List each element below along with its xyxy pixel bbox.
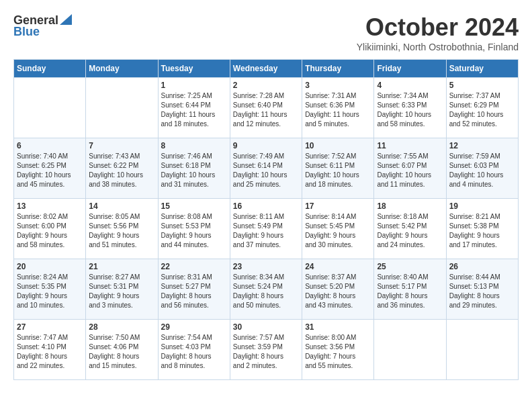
day-number: 31 bbox=[305, 322, 371, 332]
logo-blue-text: Blue bbox=[13, 25, 40, 39]
day-info: Sunrise: 8:14 AM Sunset: 5:45 PM Dayligh… bbox=[305, 212, 371, 250]
day-info: Sunrise: 8:21 AM Sunset: 5:38 PM Dayligh… bbox=[449, 212, 515, 250]
day-number: 3 bbox=[305, 81, 371, 90]
calendar-week-4: 20Sunrise: 8:24 AM Sunset: 5:35 PM Dayli… bbox=[14, 259, 519, 320]
day-info: Sunrise: 7:34 AM Sunset: 6:33 PM Dayligh… bbox=[377, 91, 443, 129]
day-info: Sunrise: 8:37 AM Sunset: 5:20 PM Dayligh… bbox=[305, 273, 371, 310]
day-number: 18 bbox=[377, 201, 443, 211]
calendar-body: 1Sunrise: 7:25 AM Sunset: 6:44 PM Daylig… bbox=[14, 78, 519, 380]
calendar-week-2: 6Sunrise: 7:40 AM Sunset: 6:25 PM Daylig… bbox=[14, 138, 519, 199]
svg-marker-0 bbox=[60, 14, 72, 25]
calendar-cell: 8Sunrise: 7:46 AM Sunset: 6:18 PM Daylig… bbox=[158, 138, 230, 199]
calendar-cell: 3Sunrise: 7:31 AM Sunset: 6:36 PM Daylig… bbox=[302, 78, 374, 138]
calendar-cell: 26Sunrise: 8:44 AM Sunset: 5:13 PM Dayli… bbox=[446, 259, 518, 320]
day-number: 30 bbox=[233, 322, 299, 332]
day-info: Sunrise: 7:40 AM Sunset: 6:25 PM Dayligh… bbox=[17, 152, 83, 189]
calendar-cell: 6Sunrise: 7:40 AM Sunset: 6:25 PM Daylig… bbox=[14, 138, 86, 199]
col-sunday: Sunday bbox=[14, 60, 86, 78]
day-number: 14 bbox=[89, 201, 154, 211]
calendar-cell: 4Sunrise: 7:34 AM Sunset: 6:33 PM Daylig… bbox=[374, 78, 446, 138]
day-info: Sunrise: 8:08 AM Sunset: 5:53 PM Dayligh… bbox=[161, 212, 227, 250]
day-number: 9 bbox=[233, 141, 299, 150]
day-number: 10 bbox=[305, 141, 371, 150]
page-header: General Blue October 2024 Ylikiiminki, N… bbox=[13, 13, 519, 52]
col-saturday: Saturday bbox=[446, 60, 518, 78]
day-info: Sunrise: 7:28 AM Sunset: 6:40 PM Dayligh… bbox=[233, 91, 299, 129]
day-info: Sunrise: 7:37 AM Sunset: 6:29 PM Dayligh… bbox=[449, 91, 515, 129]
month-title: October 2024 bbox=[357, 13, 519, 42]
day-info: Sunrise: 7:57 AM Sunset: 3:59 PM Dayligh… bbox=[233, 333, 299, 371]
day-number: 24 bbox=[305, 262, 371, 271]
day-info: Sunrise: 8:27 AM Sunset: 5:31 PM Dayligh… bbox=[89, 273, 154, 310]
day-info: Sunrise: 7:31 AM Sunset: 6:36 PM Dayligh… bbox=[305, 91, 371, 129]
day-info: Sunrise: 7:25 AM Sunset: 6:44 PM Dayligh… bbox=[161, 91, 227, 129]
calendar-cell bbox=[446, 320, 518, 380]
day-info: Sunrise: 8:05 AM Sunset: 5:56 PM Dayligh… bbox=[89, 212, 154, 250]
col-thursday: Thursday bbox=[302, 60, 374, 78]
day-number: 8 bbox=[161, 141, 227, 150]
day-info: Sunrise: 7:55 AM Sunset: 6:07 PM Dayligh… bbox=[377, 152, 443, 189]
calendar-week-3: 13Sunrise: 8:02 AM Sunset: 6:00 PM Dayli… bbox=[14, 199, 519, 259]
day-info: Sunrise: 7:43 AM Sunset: 6:22 PM Dayligh… bbox=[89, 152, 154, 189]
day-number: 5 bbox=[449, 81, 515, 90]
day-number: 6 bbox=[17, 141, 83, 150]
day-number: 1 bbox=[161, 81, 227, 90]
day-info: Sunrise: 8:40 AM Sunset: 5:17 PM Dayligh… bbox=[377, 273, 443, 310]
calendar-table: Sunday Monday Tuesday Wednesday Thursday… bbox=[13, 59, 519, 380]
calendar-cell: 20Sunrise: 8:24 AM Sunset: 5:35 PM Dayli… bbox=[14, 259, 86, 320]
day-number: 19 bbox=[449, 201, 515, 211]
calendar-cell: 7Sunrise: 7:43 AM Sunset: 6:22 PM Daylig… bbox=[86, 138, 158, 199]
col-monday: Monday bbox=[86, 60, 158, 78]
col-friday: Friday bbox=[374, 60, 446, 78]
calendar-cell: 31Sunrise: 8:00 AM Sunset: 3:56 PM Dayli… bbox=[302, 320, 374, 380]
day-info: Sunrise: 8:11 AM Sunset: 5:49 PM Dayligh… bbox=[233, 212, 299, 250]
calendar-cell: 16Sunrise: 8:11 AM Sunset: 5:49 PM Dayli… bbox=[230, 199, 302, 259]
day-info: Sunrise: 7:47 AM Sunset: 4:10 PM Dayligh… bbox=[17, 333, 83, 371]
calendar-cell bbox=[86, 78, 158, 138]
day-number: 26 bbox=[449, 262, 515, 271]
calendar-cell: 17Sunrise: 8:14 AM Sunset: 5:45 PM Dayli… bbox=[302, 199, 374, 259]
calendar-cell: 5Sunrise: 7:37 AM Sunset: 6:29 PM Daylig… bbox=[446, 78, 518, 138]
col-wednesday: Wednesday bbox=[230, 60, 302, 78]
day-info: Sunrise: 7:59 AM Sunset: 6:03 PM Dayligh… bbox=[449, 152, 515, 189]
day-info: Sunrise: 7:52 AM Sunset: 6:11 PM Dayligh… bbox=[305, 152, 371, 189]
day-info: Sunrise: 8:34 AM Sunset: 5:24 PM Dayligh… bbox=[233, 273, 299, 310]
calendar-cell: 11Sunrise: 7:55 AM Sunset: 6:07 PM Dayli… bbox=[374, 138, 446, 199]
calendar-cell: 25Sunrise: 8:40 AM Sunset: 5:17 PM Dayli… bbox=[374, 259, 446, 320]
title-section: October 2024 Ylikiiminki, North Ostrobot… bbox=[357, 13, 519, 52]
calendar-cell: 10Sunrise: 7:52 AM Sunset: 6:11 PM Dayli… bbox=[302, 138, 374, 199]
day-number: 17 bbox=[305, 201, 371, 211]
day-number: 22 bbox=[161, 262, 227, 271]
day-info: Sunrise: 8:18 AM Sunset: 5:42 PM Dayligh… bbox=[377, 212, 443, 250]
calendar-cell: 29Sunrise: 7:54 AM Sunset: 4:03 PM Dayli… bbox=[158, 320, 230, 380]
calendar-cell: 1Sunrise: 7:25 AM Sunset: 6:44 PM Daylig… bbox=[158, 78, 230, 138]
day-number: 25 bbox=[377, 262, 443, 271]
day-number: 4 bbox=[377, 81, 443, 90]
day-number: 12 bbox=[449, 141, 515, 150]
day-number: 2 bbox=[233, 81, 299, 90]
calendar-cell: 14Sunrise: 8:05 AM Sunset: 5:56 PM Dayli… bbox=[86, 199, 158, 259]
day-number: 13 bbox=[17, 201, 83, 211]
day-number: 21 bbox=[89, 262, 154, 271]
calendar-cell: 28Sunrise: 7:50 AM Sunset: 4:06 PM Dayli… bbox=[86, 320, 158, 380]
calendar-cell: 19Sunrise: 8:21 AM Sunset: 5:38 PM Dayli… bbox=[446, 199, 518, 259]
calendar-header: Sunday Monday Tuesday Wednesday Thursday… bbox=[14, 60, 519, 78]
calendar-week-5: 27Sunrise: 7:47 AM Sunset: 4:10 PM Dayli… bbox=[14, 320, 519, 380]
col-tuesday: Tuesday bbox=[158, 60, 230, 78]
logo-triangle-icon bbox=[60, 14, 72, 25]
calendar-cell: 27Sunrise: 7:47 AM Sunset: 4:10 PM Dayli… bbox=[14, 320, 86, 380]
day-number: 7 bbox=[89, 141, 154, 150]
calendar-cell: 2Sunrise: 7:28 AM Sunset: 6:40 PM Daylig… bbox=[230, 78, 302, 138]
day-info: Sunrise: 8:44 AM Sunset: 5:13 PM Dayligh… bbox=[449, 273, 515, 310]
calendar-cell: 21Sunrise: 8:27 AM Sunset: 5:31 PM Dayli… bbox=[86, 259, 158, 320]
calendar-cell: 24Sunrise: 8:37 AM Sunset: 5:20 PM Dayli… bbox=[302, 259, 374, 320]
day-number: 15 bbox=[161, 201, 227, 211]
day-number: 11 bbox=[377, 141, 443, 150]
calendar-cell: 18Sunrise: 8:18 AM Sunset: 5:42 PM Dayli… bbox=[374, 199, 446, 259]
calendar-cell: 23Sunrise: 8:34 AM Sunset: 5:24 PM Dayli… bbox=[230, 259, 302, 320]
calendar-cell bbox=[374, 320, 446, 380]
calendar-cell: 12Sunrise: 7:59 AM Sunset: 6:03 PM Dayli… bbox=[446, 138, 518, 199]
day-info: Sunrise: 8:00 AM Sunset: 3:56 PM Dayligh… bbox=[305, 333, 371, 371]
day-number: 23 bbox=[233, 262, 299, 271]
header-row: Sunday Monday Tuesday Wednesday Thursday… bbox=[14, 60, 519, 78]
